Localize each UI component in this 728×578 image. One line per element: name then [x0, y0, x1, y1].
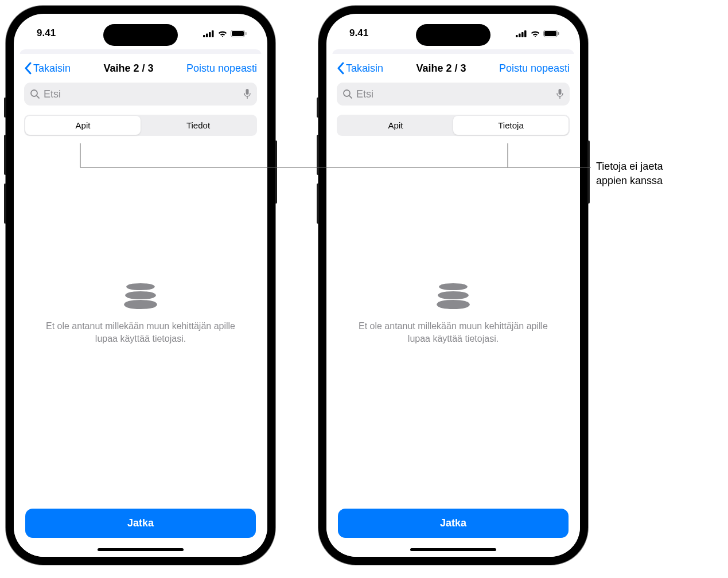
svg-rect-9: [246, 89, 249, 95]
svg-line-8: [37, 96, 39, 98]
svg-line-19: [349, 96, 352, 98]
dynamic-island: [416, 24, 490, 46]
wifi-icon: [217, 30, 228, 37]
status-time: 9.41: [349, 28, 368, 39]
chevron-left-icon: [24, 62, 32, 75]
dynamic-island: [103, 24, 178, 46]
svg-rect-2: [209, 32, 211, 37]
back-label: Takaisin: [33, 63, 71, 75]
stack-icon: [123, 279, 158, 312]
svg-rect-16: [544, 31, 556, 36]
home-indicator[interactable]: [410, 548, 496, 551]
battery-icon: [543, 30, 559, 37]
svg-rect-0: [203, 35, 205, 37]
svg-rect-11: [516, 35, 518, 37]
cellular-icon: [203, 30, 215, 37]
stack-icon: [435, 279, 471, 312]
svg-rect-17: [558, 32, 559, 35]
continue-button[interactable]: Jatka: [25, 509, 256, 538]
search-placeholder: Etsi: [44, 88, 240, 100]
back-button[interactable]: Takaisin: [24, 62, 71, 75]
svg-rect-12: [519, 33, 521, 37]
content-card: Takaisin Vaihe 2 / 3 Poistu nopeasti Ets…: [14, 54, 267, 557]
empty-state: Et ole antanut millekään muun kehittäjän…: [24, 115, 257, 509]
page-title: Vaihe 2 / 3: [416, 63, 466, 75]
empty-state: Et ole antanut millekään muun kehittäjän…: [337, 115, 570, 509]
phone-side-button: [275, 140, 277, 204]
svg-rect-1: [206, 33, 208, 37]
search-input[interactable]: Etsi: [337, 83, 570, 106]
svg-rect-20: [559, 89, 562, 95]
callout-line2: appien kanssa: [596, 174, 663, 188]
phone-side-button: [317, 135, 319, 175]
svg-point-18: [344, 90, 350, 96]
callout-text: Tietoja ei jaeta appien kanssa: [596, 159, 663, 188]
svg-rect-13: [521, 32, 524, 37]
page-title: Vaihe 2 / 3: [103, 63, 153, 75]
wifi-icon: [530, 30, 540, 37]
nav-bar: Takaisin Vaihe 2 / 3 Poistu nopeasti: [24, 62, 257, 75]
phone-side-button: [4, 97, 6, 118]
mic-icon[interactable]: [243, 88, 251, 100]
svg-rect-5: [232, 31, 244, 36]
battery-icon: [231, 30, 247, 37]
search-icon: [30, 89, 40, 99]
cellular-icon: [516, 30, 527, 37]
svg-rect-6: [246, 32, 247, 35]
search-icon: [342, 89, 353, 99]
chevron-left-icon: [337, 62, 344, 75]
empty-state-text: Et ole antanut millekään muun kehittäjän…: [36, 320, 246, 346]
phone-side-button: [317, 97, 319, 118]
quick-exit-button[interactable]: Poistu nopeasti: [499, 63, 570, 75]
svg-rect-14: [524, 30, 527, 37]
phone-side-button: [587, 140, 590, 204]
search-input[interactable]: Etsi: [24, 83, 257, 106]
phone-frame-right: 9.41 Takaisin Vaihe 2 / 3 Poistu nopeast…: [318, 6, 588, 565]
home-indicator[interactable]: [98, 548, 184, 551]
status-time: 9.41: [37, 28, 56, 39]
quick-exit-button[interactable]: Poistu nopeasti: [186, 63, 257, 75]
back-label: Takaisin: [346, 63, 383, 75]
back-button[interactable]: Takaisin: [337, 62, 383, 75]
phone-frame-left: 9.41 Takaisin Vaihe 2 / 3 Poistu nopeast…: [6, 6, 275, 565]
mic-icon[interactable]: [556, 88, 564, 100]
svg-rect-3: [212, 30, 214, 37]
continue-button[interactable]: Jatka: [338, 509, 569, 538]
phone-side-button: [317, 183, 319, 224]
search-placeholder: Etsi: [356, 88, 552, 100]
nav-bar: Takaisin Vaihe 2 / 3 Poistu nopeasti: [337, 62, 570, 75]
phone-side-button: [4, 183, 6, 224]
phone-side-button: [4, 135, 6, 175]
callout-line1: Tietoja ei jaeta: [596, 159, 663, 174]
content-card: Takaisin Vaihe 2 / 3 Poistu nopeasti Ets…: [326, 54, 580, 557]
empty-state-text: Et ole antanut millekään muun kehittäjän…: [348, 320, 558, 346]
svg-point-7: [31, 90, 37, 96]
